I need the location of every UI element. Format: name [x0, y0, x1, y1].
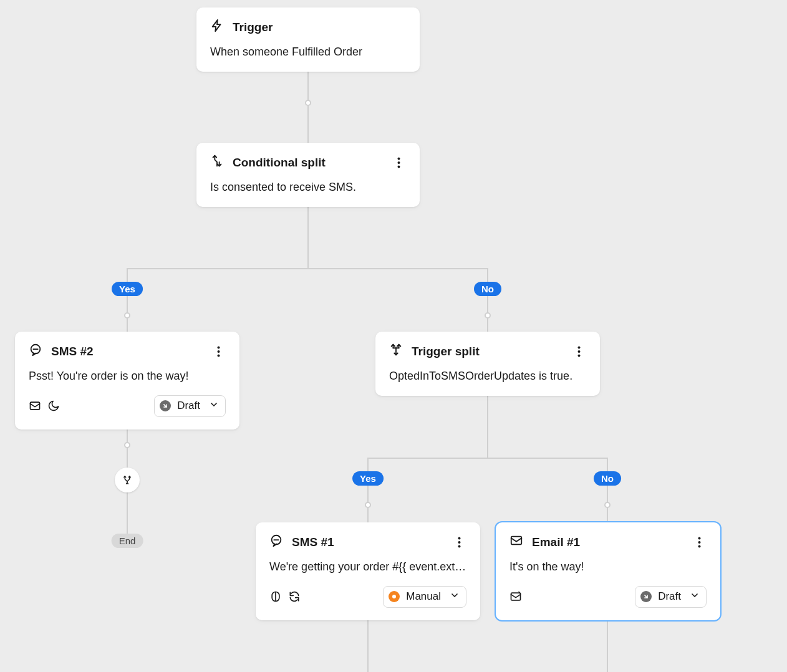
svg-point-2 — [397, 165, 400, 168]
svg-point-1 — [397, 161, 400, 164]
svg-point-7 — [217, 354, 220, 357]
svg-point-15 — [458, 541, 460, 544]
connector-dot — [365, 502, 371, 508]
conditional-split-icon — [210, 154, 224, 171]
card-desc: We're getting your order #{{ event.extra… — [269, 559, 466, 574]
kebab-icon — [698, 537, 701, 548]
status-select[interactable]: Manual — [383, 586, 466, 608]
svg-point-23 — [698, 545, 700, 547]
email-icon — [509, 534, 523, 550]
card-desc: Is consented to receive SMS. — [210, 180, 406, 194]
connector-line — [487, 393, 488, 458]
branch-tag-yes: Yes — [352, 471, 384, 486]
connector-line — [367, 458, 608, 459]
quiet-hours-icon — [47, 400, 60, 412]
svg-point-6 — [217, 350, 220, 353]
more-menu-button[interactable] — [451, 535, 466, 550]
branch-tag-no: No — [594, 471, 621, 486]
smart-send-icon — [509, 590, 522, 603]
kebab-icon — [458, 537, 461, 548]
status-select[interactable]: Draft — [154, 395, 226, 417]
status-label: Draft — [658, 590, 681, 603]
svg-rect-24 — [511, 593, 521, 600]
conditional-split-card[interactable]: Conditional split Is consented to receiv… — [196, 143, 420, 207]
status-select[interactable]: Draft — [635, 586, 707, 608]
svg-point-22 — [698, 541, 700, 544]
status-dot-icon — [389, 591, 400, 602]
connector-line — [487, 268, 488, 332]
svg-point-0 — [397, 157, 400, 160]
chevron-down-icon — [450, 590, 460, 603]
branch-tag-no: No — [474, 282, 501, 296]
card-title: Email #1 — [532, 535, 580, 549]
connector-line — [307, 203, 309, 268]
bolt-icon — [210, 19, 224, 36]
connector-line — [127, 268, 128, 332]
connector-dot — [124, 442, 130, 448]
split-arrows-icon — [122, 474, 133, 486]
svg-point-14 — [458, 537, 460, 539]
card-title: SMS #2 — [51, 345, 94, 358]
sms-icon — [269, 534, 283, 550]
branch-tag-yes: Yes — [112, 282, 143, 296]
more-menu-button[interactable] — [211, 344, 226, 359]
card-title: Trigger split — [412, 345, 480, 358]
connector-line — [367, 458, 369, 522]
svg-point-5 — [217, 346, 220, 348]
more-menu-button[interactable] — [692, 535, 707, 550]
trigger-split-card[interactable]: Trigger split OptedInToSMSOrderUpdates i… — [375, 332, 600, 396]
card-desc: It's on the way! — [509, 559, 707, 574]
svg-point-19 — [392, 595, 396, 598]
status-label: Manual — [406, 590, 441, 603]
kebab-icon — [217, 346, 220, 357]
more-menu-button[interactable] — [571, 344, 586, 359]
chevron-down-icon — [690, 590, 700, 603]
card-title: Trigger — [233, 21, 273, 34]
svg-rect-8 — [31, 402, 40, 410]
card-desc: OptedInToSMSOrderUpdates is true. — [389, 368, 586, 383]
end-tag: End — [112, 534, 143, 548]
svg-point-16 — [458, 545, 460, 547]
svg-point-9 — [577, 346, 580, 348]
connector-line — [127, 268, 488, 269]
connector-dot — [305, 100, 311, 106]
status-dot-icon — [160, 400, 171, 411]
more-menu-button[interactable] — [391, 155, 406, 170]
connector-dot — [485, 312, 491, 319]
email1-card[interactable]: Email #1 It's on the way! Draft — [496, 522, 720, 620]
connector-line — [607, 458, 608, 522]
kebab-icon — [577, 346, 581, 357]
trigger-split-icon — [389, 343, 403, 360]
svg-point-11 — [577, 354, 580, 357]
link-icon — [269, 590, 282, 603]
sms2-card[interactable]: SMS #2 Psst! You're order is on the way!… — [15, 332, 239, 430]
add-step-button[interactable] — [115, 468, 140, 492]
trigger-card[interactable]: Trigger When someone Fulfilled Order — [196, 7, 420, 72]
kebab-icon — [397, 157, 400, 168]
card-title: Conditional split — [233, 156, 326, 170]
status-label: Draft — [177, 400, 200, 412]
svg-rect-20 — [511, 537, 522, 545]
refresh-icon — [288, 590, 301, 603]
smart-send-icon — [29, 400, 41, 412]
chevron-down-icon — [209, 400, 219, 413]
svg-point-21 — [698, 537, 700, 539]
connector-dot — [124, 312, 130, 319]
status-dot-icon — [640, 591, 652, 602]
sms-icon — [29, 343, 42, 360]
sms1-card[interactable]: SMS #1 We're getting your order #{{ even… — [256, 522, 480, 620]
card-title: SMS #1 — [292, 535, 334, 549]
card-desc: When someone Fulfilled Order — [210, 44, 406, 59]
connector-dot — [604, 502, 611, 508]
svg-point-10 — [577, 350, 580, 353]
card-desc: Psst! You're order is on the way! — [29, 368, 226, 383]
